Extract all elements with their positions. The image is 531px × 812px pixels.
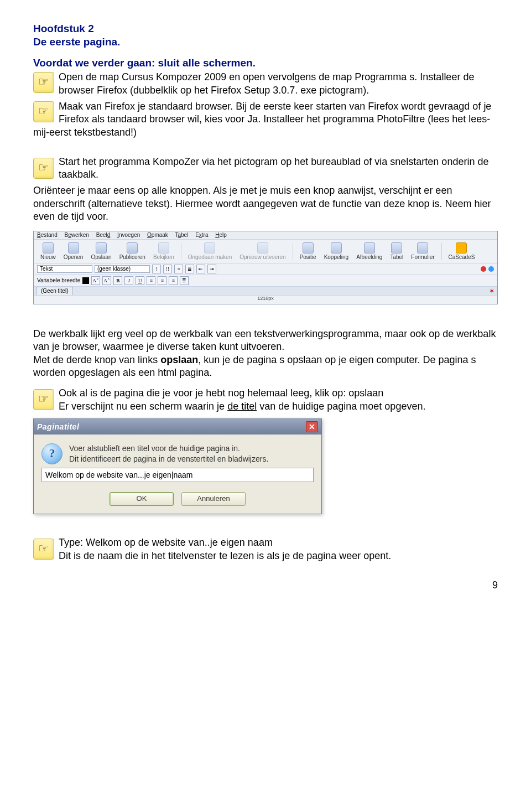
action-3-text: Start het programma KompoZer via het pic… — [59, 156, 488, 180]
toolbar-cascades[interactable]: CaScadeS — [445, 241, 478, 261]
close-tab-icon[interactable]: ✶ — [490, 288, 494, 294]
menu-beeld[interactable]: Beeld — [96, 232, 111, 238]
paragraph-format-select[interactable]: Tekst — [37, 265, 92, 273]
instruction-heading: Voordat we verder gaan: sluit alle scher… — [33, 56, 498, 70]
toolbar-positie[interactable]: Positie — [296, 241, 320, 261]
chapter-title: De eerste pagina. — [33, 36, 120, 48]
action-5: Type: Welkom op de website van..je eigen… — [33, 536, 498, 562]
align-center[interactable]: ≡ — [158, 276, 166, 285]
chapter-heading: Hoofdstuk 2 De eerste pagina. — [33, 22, 498, 49]
align-justify[interactable]: ≣ — [180, 276, 189, 285]
menu-bar: BBestandestand Bewerken Beeld Invoegen O… — [34, 231, 497, 240]
toolbar-redo[interactable]: Opnieuw uitvoeren — [236, 241, 289, 261]
paginatitel-dialog: Paginatitel ✕ Voer alstublieft een titel… — [33, 418, 322, 514]
menu-bewerken[interactable]: Bewerken — [64, 232, 88, 238]
align-right[interactable]: ≡ — [169, 276, 178, 285]
toolbar-bekijken[interactable]: Bekijken — [150, 241, 178, 261]
menu-bestand[interactable]: BBestandestand — [37, 232, 58, 238]
font-smaller[interactable]: A˅ — [91, 276, 100, 285]
cancel-button[interactable]: Annuleren — [181, 492, 246, 506]
action-4-line1: Ook al is de pagina die je voor je hebt … — [59, 387, 383, 399]
list-btn[interactable]: ≣ — [185, 265, 194, 273]
action-3: Start het programma KompoZer via het pic… — [33, 156, 498, 182]
action-4: Ook al is de pagina die je voor je hebt … — [33, 387, 498, 413]
paragraph-orient: Oriënteer je maar eens op alle knoppen. … — [33, 184, 498, 223]
bold-button[interactable]: B — [113, 276, 122, 285]
toolbar-afbeelding[interactable]: Afbeelding — [353, 241, 386, 261]
page-number: 9 — [33, 579, 498, 592]
menu-help[interactable]: Help — [215, 232, 227, 238]
toolbar-undo[interactable]: Ongedaan maken — [185, 241, 236, 261]
main-toolbar: Nieuw Openen Opslaan Publiceren Bekijken… — [34, 240, 497, 263]
format-btn[interactable]: ! — [152, 265, 161, 273]
status-dot-icon — [488, 266, 494, 272]
status-dot-icon — [481, 266, 486, 272]
action-5-line2: Dit is de naam die in het titelvenster t… — [59, 550, 391, 561]
dialog-message: Voer alstublieft een titel voor de huidi… — [69, 443, 268, 464]
action-4-underlined: de titel — [227, 401, 257, 412]
color-swatch[interactable] — [82, 277, 89, 284]
dialog-title-text: Paginatitel — [37, 422, 79, 432]
format-toolbar-1: Tekst (geen klasse) ! !! ≡ ≣ ⇤ ⇥ — [34, 263, 497, 275]
action-1: Open de map Cursus Kompozer 2009 en open… — [33, 71, 498, 97]
font-select[interactable]: Variabele breedte — [37, 278, 80, 283]
dialog-titlebar: Paginatitel ✕ — [34, 419, 321, 435]
indent-btn[interactable]: ⇥ — [207, 265, 216, 273]
format-toolbar-2: Variabele breedte A˅ A˄ B I U ≡ ≡ ≡ ≣ — [34, 275, 497, 287]
action-2: Maak van Firefox je standaard browser. B… — [33, 100, 498, 139]
ruler: 1218px — [34, 296, 497, 304]
align-left[interactable]: ≡ — [147, 276, 155, 285]
ok-button[interactable]: OK — [110, 492, 174, 506]
toolbar-nieuw[interactable]: Nieuw — [37, 241, 59, 261]
format-btn[interactable]: !! — [163, 265, 172, 273]
hand-pointer-icon — [33, 389, 54, 410]
list-btn[interactable]: ≡ — [174, 265, 183, 273]
underline-button[interactable]: U — [136, 276, 144, 285]
toolbar-publiceren[interactable]: Publiceren — [116, 241, 149, 261]
p2-bold: opslaan — [160, 354, 198, 365]
toolbar-opslaan[interactable]: Opslaan — [87, 241, 114, 261]
indent-btn[interactable]: ⇤ — [196, 265, 205, 273]
dialog-msg-line2: Dit identificeert de pagina in de venste… — [69, 454, 268, 463]
font-larger[interactable]: A˄ — [102, 276, 111, 285]
menu-opmaak[interactable]: Opmaak — [147, 232, 168, 238]
toolbar-koppeling[interactable]: Koppeling — [321, 241, 352, 261]
class-select[interactable]: (geen klasse) — [95, 265, 150, 273]
menu-tabel[interactable]: Tabel — [175, 232, 188, 238]
paragraph-toolbar-explain: De werkbalk lijkt erg veel op de werkbal… — [33, 314, 498, 379]
hand-pointer-icon — [33, 101, 54, 122]
toolbar-formulier[interactable]: Formulier — [408, 241, 438, 261]
close-icon[interactable]: ✕ — [306, 421, 318, 432]
hand-pointer-icon — [33, 539, 54, 560]
menu-extra[interactable]: Extra — [195, 232, 208, 238]
action-5-line1: Type: Welkom op de website van..je eigen… — [59, 537, 273, 548]
hand-pointer-icon — [33, 158, 54, 179]
hand-pointer-icon — [33, 72, 54, 93]
toolbar-tabel[interactable]: Tabel — [387, 241, 407, 261]
italic-button[interactable]: I — [124, 276, 133, 285]
document-tab-bar: (Geen titel) ✶ — [34, 287, 497, 296]
chapter-number: Hoofdstuk 2 — [33, 23, 94, 34]
question-icon — [41, 443, 63, 464]
page-title-input[interactable] — [41, 468, 314, 482]
kompozer-toolbar-screenshot: BBestandestand Bewerken Beeld Invoegen O… — [33, 231, 498, 304]
dialog-msg-line1: Voer alstublieft een titel voor de huidi… — [69, 444, 240, 453]
ruler-width-label: 1218px — [257, 296, 274, 301]
toolbar-openen[interactable]: Openen — [60, 241, 87, 261]
action-1-text: Open de map Cursus Kompozer 2009 en open… — [59, 71, 474, 95]
menu-invoegen[interactable]: Invoegen — [117, 232, 140, 238]
action-4-line2-after: van de huidige pagina moet opgeven. — [257, 401, 425, 412]
action-4-line2-before: Er verschijnt nu een scherm waarin je — [59, 401, 227, 412]
document-tab[interactable]: (Geen titel) — [36, 287, 73, 295]
